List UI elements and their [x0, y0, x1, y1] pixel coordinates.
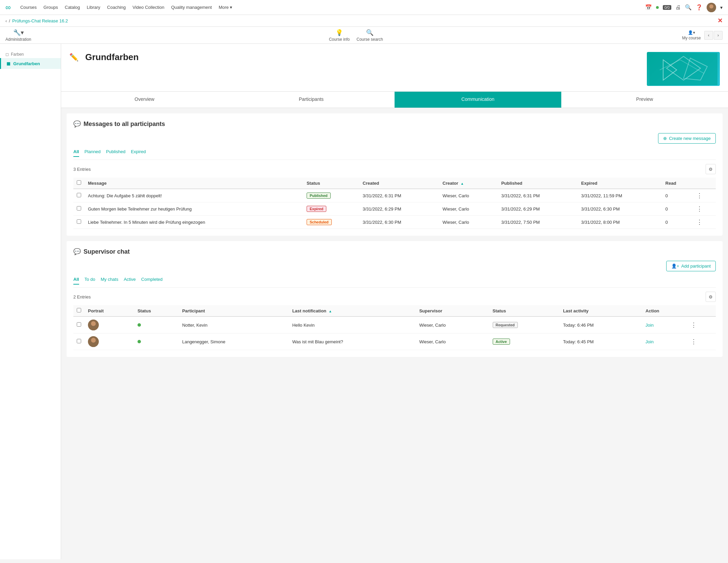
- plus-icon: ⊕: [663, 136, 667, 141]
- row-checkbox-1[interactable]: [77, 206, 81, 211]
- calendar-icon[interactable]: 📅: [645, 4, 652, 11]
- sv-row-online-1: [134, 333, 179, 350]
- breadcrumb-current[interactable]: Prüfungs-Chat Release 16.2: [12, 18, 68, 23]
- select-all-checkbox[interactable]: [77, 180, 81, 185]
- lightbulb-icon: 💡: [335, 29, 343, 36]
- sv-row-checkbox-1[interactable]: [77, 339, 81, 343]
- sv-row-last-notification-0: Hello Kevin: [289, 316, 416, 333]
- close-button[interactable]: ✕: [717, 17, 723, 24]
- messages-settings-button[interactable]: ⚙: [706, 164, 716, 174]
- table-row: Achtung: Die Aufgabe 5 zählt doppelt! Pu…: [73, 189, 716, 202]
- main-content: ✏️ Grundfarben Overview Participants: [61, 44, 728, 559]
- sv-row-checkbox-cell-1: [73, 333, 85, 350]
- supervisor-section-title: 💬 Supervisor chat: [73, 248, 716, 255]
- supervisor-table: Portrait Status Participant Last notific…: [73, 305, 716, 350]
- sv-filter-active[interactable]: Active: [124, 277, 135, 285]
- online-dot-1: [138, 340, 141, 343]
- sv-filter-completed[interactable]: Completed: [141, 277, 163, 285]
- filter-planned[interactable]: Planned: [85, 149, 101, 157]
- row-dots-menu-0[interactable]: ⋮: [696, 192, 703, 199]
- nav-library[interactable]: Library: [87, 5, 101, 10]
- filter-all[interactable]: All: [73, 149, 79, 157]
- join-link-0[interactable]: Join: [645, 323, 654, 328]
- sv-th-last-notification[interactable]: Last notification ▲: [289, 305, 416, 316]
- my-course-tool[interactable]: 👤▾ My course: [682, 30, 701, 40]
- tab-preview[interactable]: Preview: [561, 92, 728, 108]
- supervisor-chat-icon: 💬: [73, 248, 81, 255]
- nav-courses[interactable]: Courses: [20, 5, 37, 10]
- wrench-icon: 🔧▾: [13, 29, 24, 36]
- nav-video-collection[interactable]: Video Collection: [132, 5, 164, 10]
- supervisor-table-row: Langenegger, Simone Was ist mit Blau gem…: [73, 333, 716, 350]
- sv-row-supervisor-1: Wieser, Carlo: [416, 333, 489, 350]
- avatar-0: [88, 320, 99, 330]
- sv-row-checkbox-0[interactable]: [77, 322, 81, 327]
- sv-select-all-checkbox[interactable]: [77, 308, 81, 312]
- join-link-1[interactable]: Join: [645, 339, 654, 344]
- app-logo[interactable]: ∞: [5, 3, 11, 12]
- course-search-tool[interactable]: 🔍 Course search: [357, 29, 383, 42]
- nav-more[interactable]: More ▾: [219, 5, 232, 10]
- toolbar-prev-button[interactable]: ‹: [704, 31, 713, 40]
- course-toolbar: 🔧▾ Administration 💡 Course info 🔍 Course…: [0, 27, 728, 44]
- supervisor-section: 💬 Supervisor chat 👤+ Add participant All…: [67, 241, 723, 357]
- help-icon[interactable]: ❓: [696, 4, 703, 11]
- nav-coaching[interactable]: Coaching: [107, 5, 126, 10]
- sv-filter-all[interactable]: All: [73, 277, 79, 285]
- back-button[interactable]: ‹: [5, 18, 7, 23]
- row-checkbox-cell-2: [73, 216, 85, 229]
- row-dots-menu-1[interactable]: ⋮: [696, 205, 703, 212]
- filter-published[interactable]: Published: [106, 149, 125, 157]
- user-avatar[interactable]: [707, 3, 716, 12]
- toolbar-nav-arrows: ‹ ›: [704, 31, 723, 40]
- row-published-1: 3/31/2022, 6:29 PM: [498, 202, 578, 216]
- sv-filter-mychats[interactable]: My chats: [101, 277, 118, 285]
- row-published-0: 3/31/2022, 6:31 PM: [498, 189, 578, 202]
- th-creator[interactable]: Creator ▲: [439, 178, 498, 189]
- toolbar-next-button[interactable]: ›: [714, 31, 723, 40]
- sv-row-status-1: Active: [489, 333, 560, 350]
- sv-filter-todo[interactable]: To do: [85, 277, 95, 285]
- tab-participants[interactable]: Participants: [228, 92, 395, 108]
- nav-catalog[interactable]: Catalog: [65, 5, 80, 10]
- nav-quality-management[interactable]: Quality management: [171, 5, 212, 10]
- row-checkbox-0[interactable]: [77, 193, 81, 197]
- user-dropdown-arrow[interactable]: ▾: [720, 5, 723, 10]
- row-expired-1: 3/31/2022, 6:30 PM: [578, 202, 662, 216]
- add-participant-icon: 👤+: [671, 264, 679, 269]
- supervisor-entries-count: 2 Entries: [73, 294, 91, 299]
- sv-th-actions: [687, 305, 716, 316]
- sv-dots-menu-0[interactable]: ⋮: [691, 322, 697, 328]
- sidebar-item-grundfarben[interactable]: ◼ Grundfarben: [0, 58, 61, 69]
- th-created: Created: [359, 178, 439, 189]
- tab-communication[interactable]: Communication: [395, 92, 561, 108]
- course-info-tool[interactable]: 💡 Course info: [329, 29, 350, 42]
- sv-row-action-0: Join: [642, 316, 687, 333]
- nav-groups[interactable]: Groups: [43, 5, 58, 10]
- sv-row-participant-1: Langenegger, Simone: [179, 333, 289, 350]
- messages-section: 💬 Messages to all participants ⊕ Create …: [67, 113, 723, 236]
- table-row: Guten Morgen liebe Teilnehmer zur heutig…: [73, 202, 716, 216]
- add-participant-button[interactable]: 👤+ Add participant: [666, 261, 716, 271]
- svg-point-11: [89, 343, 97, 347]
- print-icon[interactable]: 🖨: [675, 4, 681, 11]
- filter-expired[interactable]: Expired: [131, 149, 146, 157]
- row-checkbox-2[interactable]: [77, 219, 81, 224]
- tab-overview[interactable]: Overview: [61, 92, 228, 108]
- search-icon[interactable]: 🔍: [685, 4, 692, 11]
- supervisor-settings-button[interactable]: ⚙: [706, 292, 716, 302]
- sv-dots-menu-1[interactable]: ⋮: [691, 338, 697, 345]
- svg-point-10: [91, 338, 96, 343]
- top-navigation: ∞ Courses Groups Catalog Library Coachin…: [0, 0, 728, 15]
- row-actions-0: ⋮: [693, 189, 716, 202]
- online-dot-0: [138, 323, 141, 327]
- administration-tool[interactable]: 🔧▾ Administration: [5, 29, 31, 42]
- th-read: Read: [662, 178, 693, 189]
- table-row: Liebe Teilnehmer. In 5 Minuten wird die …: [73, 216, 716, 229]
- messages-entries-row: 3 Entries ⚙: [73, 164, 716, 174]
- row-dots-menu-2[interactable]: ⋮: [696, 219, 703, 225]
- th-select-all: [73, 178, 85, 189]
- create-message-button[interactable]: ⊕ Create new message: [658, 133, 716, 144]
- administration-label: Administration: [5, 37, 31, 42]
- online-status-dot: [656, 6, 659, 9]
